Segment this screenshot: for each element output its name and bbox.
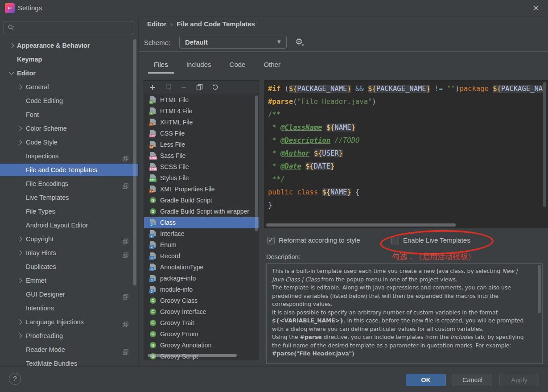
editor-vscrollbar[interactable] xyxy=(543,82,546,207)
file-type-icon: J xyxy=(149,275,157,282)
template-item-groovy-enum[interactable]: GGroovy Enum xyxy=(144,329,259,340)
file-type-icon: H xyxy=(149,96,157,104)
sidebar-item-file-types[interactable]: File Types xyxy=(0,205,138,218)
template-item-record[interactable]: JRecord xyxy=(144,251,259,262)
sidebar-item-font[interactable]: Font xyxy=(0,108,138,121)
template-item-sass-file[interactable]: SASSSass File xyxy=(144,150,259,161)
template-item-label: HTML File xyxy=(160,95,189,106)
code-line: * @ClassName ${NAME} xyxy=(268,121,543,134)
sidebar-item-reader-mode[interactable]: Reader Mode xyxy=(0,343,138,356)
sidebar-item-code-style[interactable]: Code Style xyxy=(0,136,138,149)
template-item-package-info[interactable]: Jpackage-info xyxy=(144,273,259,284)
sidebar-item-intentions[interactable]: Intentions xyxy=(0,302,138,314)
template-list-scrollbar[interactable] xyxy=(255,95,258,231)
scheme-select[interactable]: Default ▼ xyxy=(179,36,287,49)
enable-live-templates-checkbox[interactable] xyxy=(391,237,399,244)
template-list-hscrollbar[interactable] xyxy=(148,354,237,357)
scheme-gear-icon[interactable]: ⚙▾ xyxy=(295,37,305,47)
reformat-checkbox[interactable]: ✓ xyxy=(267,237,275,244)
sidebar-item-label: Copyright xyxy=(26,233,54,245)
chevron-down-icon[interactable] xyxy=(9,70,14,74)
ok-button[interactable]: OK xyxy=(406,374,446,386)
settings-dialog: IJ Settings × Appearance & BehaviorKeyma… xyxy=(0,0,548,392)
chevron-right-icon[interactable] xyxy=(17,333,22,338)
template-toolbar xyxy=(144,81,259,94)
template-item-label: CSS File xyxy=(160,128,185,139)
sidebar-item-file-encodings[interactable]: File Encodings xyxy=(0,177,138,190)
sidebar-item-general[interactable]: General xyxy=(0,81,138,93)
tab-code[interactable]: Code xyxy=(224,58,251,74)
description-scrollbar[interactable] xyxy=(538,265,541,313)
help-button[interactable]: ? xyxy=(9,373,21,385)
sidebar-scrollbar[interactable] xyxy=(133,39,136,285)
template-item-groovy-interface[interactable]: GGroovy Interface xyxy=(144,306,259,318)
tab-files[interactable]: Files xyxy=(148,58,174,74)
reset-icon[interactable] xyxy=(211,83,219,91)
template-item-html-file[interactable]: HHTML File xyxy=(144,95,259,106)
sidebar-item-copyright[interactable]: Copyright xyxy=(0,233,138,245)
template-editor[interactable]: #if (${PACKAGE_NAME} && ${PACKAGE_NAME} … xyxy=(264,80,548,228)
template-item-class[interactable]: JClass xyxy=(144,217,259,228)
sidebar-item-language-injections[interactable]: Language Injections xyxy=(0,316,138,328)
sidebar-item-inlay-hints[interactable]: Inlay Hints xyxy=(0,247,138,259)
breadcrumb-editor[interactable]: Editor xyxy=(147,20,166,28)
sidebar-item-label: Code Style xyxy=(26,136,58,149)
template-item-gradle-build-script[interactable]: GGradle Build Script xyxy=(144,195,259,206)
sidebar-item-editor[interactable]: Editor xyxy=(0,67,138,79)
template-item-less-file[interactable]: (L)Less File xyxy=(144,139,259,150)
chevron-right-icon[interactable] xyxy=(17,140,22,144)
description-paragraph: It is also possible to specify an arbitr… xyxy=(272,309,531,334)
template-item-scss-file[interactable]: SASSSCSS File xyxy=(144,161,259,173)
tab-includes[interactable]: Includes xyxy=(181,58,217,74)
template-item-groovy-class[interactable]: GGroovy Class xyxy=(144,295,259,306)
duplicate-icon[interactable] xyxy=(195,83,203,91)
chevron-right-icon[interactable] xyxy=(17,126,22,131)
template-item-stylus-file[interactable]: STYLStylus File xyxy=(144,173,259,184)
chevron-right-icon[interactable] xyxy=(17,319,22,324)
sidebar-item-label: Inspections xyxy=(26,150,58,162)
template-item-label: HTML4 File xyxy=(160,106,192,117)
template-item-enum[interactable]: JEnum xyxy=(144,239,259,251)
cancel-button[interactable]: Cancel xyxy=(453,374,492,386)
template-item-xml-properties-file[interactable]: <>XML Properties File xyxy=(144,184,259,195)
template-item-gradle-build-script-with-wrapper[interactable]: GGradle Build Script with wrapper xyxy=(144,206,259,217)
template-item-html4-file[interactable]: HHTML4 File xyxy=(144,106,259,117)
template-item-css-file[interactable]: CSSCSS File xyxy=(144,128,259,139)
template-item-annotationtype[interactable]: JAnnotationType xyxy=(144,262,259,273)
close-icon[interactable]: × xyxy=(533,2,539,14)
template-item-groovy-trait[interactable]: GGroovy Trait xyxy=(144,318,259,329)
sidebar-item-inspections[interactable]: Inspections xyxy=(0,150,138,162)
sidebar-item-gui-designer[interactable]: GUI Designer xyxy=(0,288,138,301)
sidebar-item-keymap[interactable]: Keymap xyxy=(0,53,138,66)
chevron-right-icon[interactable] xyxy=(17,236,22,241)
search-input[interactable] xyxy=(4,21,133,34)
template-item-xhtml-file[interactable]: HXHTML File xyxy=(144,117,259,128)
sidebar-item-proofreading[interactable]: Proofreading xyxy=(0,330,138,342)
scheme-label: Scheme: xyxy=(144,39,170,46)
settings-tree: Appearance & BehaviorKeymapEditorGeneral… xyxy=(0,39,138,367)
sidebar-item-live-templates[interactable]: Live Templates xyxy=(0,191,138,204)
sidebar-item-file-and-code-templates[interactable]: File and Code Templates xyxy=(0,164,138,176)
editor-hscrollbar[interactable] xyxy=(266,223,456,227)
sidebar-item-textmate-bundles[interactable]: TextMate Bundles xyxy=(0,357,138,367)
tab-other[interactable]: Other xyxy=(258,58,286,74)
add-icon[interactable] xyxy=(148,83,157,91)
chevron-right-icon[interactable] xyxy=(9,43,14,48)
file-type-icon: J xyxy=(149,241,157,249)
chevron-right-icon[interactable] xyxy=(17,278,22,283)
intellij-logo-icon: IJ xyxy=(5,3,15,13)
settings-sidebar: Appearance & BehaviorKeymapEditorGeneral… xyxy=(0,16,139,367)
template-item-module-info[interactable]: Jmodule-info xyxy=(144,284,259,295)
chevron-right-icon[interactable] xyxy=(17,84,22,89)
template-item-groovy-annotation[interactable]: GGroovy Annotation xyxy=(144,340,259,351)
sidebar-item-duplicates[interactable]: Duplicates xyxy=(0,260,138,273)
chevron-right-icon[interactable] xyxy=(17,250,22,255)
sidebar-item-code-editing[interactable]: Code Editing xyxy=(0,95,138,107)
sidebar-item-emmet[interactable]: Emmet xyxy=(0,274,138,287)
description-paragraph: This is a built-in template used each ti… xyxy=(272,267,531,284)
template-item-label: AnnotationType xyxy=(160,262,203,273)
sidebar-item-appearance-behavior[interactable]: Appearance & Behavior xyxy=(0,39,138,52)
sidebar-item-android-layout-editor[interactable]: Android Layout Editor xyxy=(0,219,138,231)
template-item-interface[interactable]: JInterface xyxy=(144,228,259,239)
sidebar-item-color-scheme[interactable]: Color Scheme xyxy=(0,122,138,135)
